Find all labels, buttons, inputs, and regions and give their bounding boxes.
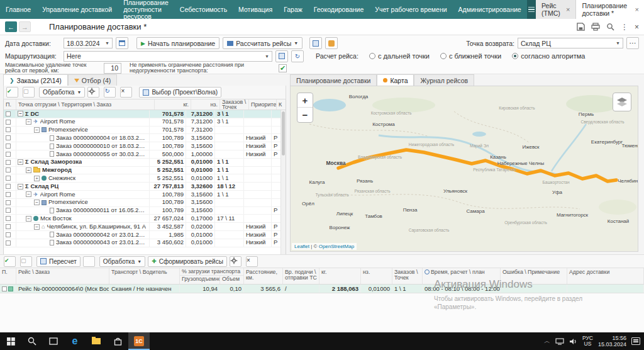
order-row[interactable]: −Мск Восток27 657,0240,1700017 \ 11 <box>4 215 280 223</box>
leaflet-link[interactable]: Leaflet <box>294 244 309 249</box>
tab-orders[interactable]: ❯ Заказы (22\14) <box>3 74 68 86</box>
order-row[interactable]: +Снежинск5 252,5510,010001 \ 1 <box>4 174 280 183</box>
col-orders-points[interactable]: Заказов \ Точек <box>392 268 423 284</box>
edge-button[interactable]: e <box>64 332 86 350</box>
chevron-down-icon[interactable]: ▼ <box>613 41 620 45</box>
menu-motivation[interactable]: Мотивация <box>233 0 278 19</box>
orders-refresh-button[interactable]: ↻ <box>104 87 116 98</box>
tree-expander-icon[interactable]: − <box>26 191 31 197</box>
radio-near-point[interactable]: с ближней точки <box>440 52 501 60</box>
chevron-down-icon[interactable]: ▼ <box>262 54 269 59</box>
order-row[interactable]: −ΣСклад Заморозка5 252,5510,010001 \ 1 <box>4 159 280 167</box>
order-row[interactable]: −Promexservice100,7893,15600 <box>4 199 280 207</box>
window-tab-delivery-planning[interactable]: Планирование доставки * × <box>576 0 644 19</box>
tab-map[interactable]: Карта <box>377 74 414 86</box>
trips-uncheck-all-button[interactable]: ▢ <box>20 256 32 267</box>
no-limit-checkbox[interactable]: ✔ <box>279 64 287 72</box>
col-kg[interactable]: кг. <box>155 99 191 110</box>
form-trips-button[interactable]: ✚ Сформировать рейсы <box>148 256 227 267</box>
order-row[interactable]: −✈Airport Rome701,5787,312003 \ 1 <box>4 118 280 127</box>
remove-trip-button[interactable] <box>83 256 95 267</box>
osm-link[interactable]: OpenStreetMap <box>319 244 354 249</box>
onec-app-button[interactable]: 1С <box>128 332 150 350</box>
order-row[interactable]: −✈Airport Rome100,7893,156001 \ 1 <box>4 191 280 199</box>
orders-vertical-scrollbar[interactable] <box>280 110 286 262</box>
row-checkbox[interactable] <box>6 176 11 181</box>
orders-settings-button[interactable] <box>87 87 99 98</box>
row-checkbox[interactable] <box>6 111 11 116</box>
volume-icon[interactable] <box>569 338 577 345</box>
trip-checkbox[interactable] <box>2 286 7 291</box>
menu-timekeeping[interactable]: Учет рабочего времени <box>369 0 452 19</box>
row-checkbox[interactable] <box>6 144 11 149</box>
row-checkbox[interactable] <box>6 184 11 189</box>
tree-expander-icon[interactable]: − <box>26 216 31 222</box>
order-row[interactable]: Заказ 00000000004 от 18.03.2022 11:3...1… <box>4 134 280 142</box>
row-checkbox[interactable] <box>6 192 11 197</box>
col-point[interactable]: Точка отгрузки \ Территория \ Заказ <box>16 99 155 110</box>
tree-expander-icon[interactable]: − <box>34 200 40 205</box>
display-icon[interactable] <box>555 338 564 345</box>
col-nz[interactable]: нз. <box>191 99 220 110</box>
tray-expand-icon[interactable]: ︿ <box>544 337 550 346</box>
auto-calc-icon-button[interactable] <box>309 37 322 49</box>
order-row[interactable]: Заказ 00000000042 от 23.01.2023 18:1...1… <box>4 231 280 239</box>
col-load-group[interactable]: % загрузки транспорта Грузоподъемность О… <box>180 268 244 284</box>
radio-far-point[interactable]: с дальней точки <box>369 52 430 60</box>
row-checkbox[interactable] <box>6 224 11 229</box>
order-row[interactable]: −ΣDC701,5787,312003 \ 1 <box>4 110 280 118</box>
save-icon[interactable] <box>577 23 585 31</box>
row-checkbox[interactable] <box>6 232 11 237</box>
trips-settings-button[interactable] <box>230 256 242 267</box>
order-row[interactable]: Заказ 00000000055 от 30.03.2022 12:1...5… <box>4 150 280 159</box>
row-checkbox[interactable] <box>6 127 11 132</box>
trips-close-button[interactable]: × <box>246 256 258 267</box>
col-k[interactable]: К <box>277 99 286 110</box>
task-view-button[interactable] <box>43 332 64 350</box>
start-button[interactable] <box>0 332 21 350</box>
check-all-button[interactable]: ✔ <box>6 87 18 98</box>
max-distance-input[interactable]: 10 <box>104 63 121 74</box>
selection-button[interactable]: Выбор (Проект\Волна) <box>139 87 221 98</box>
row-checkbox[interactable] <box>6 152 11 157</box>
order-row[interactable]: −ΣСклад РЦ27 757,8133,3260018 \ 12 <box>4 183 280 191</box>
menu-cost[interactable]: Себестоимость <box>174 0 233 19</box>
tab-trip-journal[interactable]: Журнал рейсов <box>414 74 474 86</box>
row-checkbox[interactable] <box>6 120 11 125</box>
taskbar-clock[interactable]: 15:56 15.03.2024 <box>598 335 626 347</box>
more-menu-icon[interactable]: ⋮ <box>621 23 628 31</box>
close-icon[interactable]: × <box>566 6 570 13</box>
close-icon[interactable]: × <box>635 6 639 13</box>
chevron-down-icon[interactable]: ▼ <box>103 41 109 45</box>
window-tab-trip[interactable]: Рейс (ТМС) × <box>536 0 576 19</box>
tree-expander-icon[interactable]: + <box>34 176 40 181</box>
delivery-date-input[interactable]: 18.03.2024 ▼ <box>64 38 113 48</box>
trips-check-all-button[interactable]: ✔ <box>4 256 16 267</box>
radio-by-algorithm[interactable]: согласно алгоритма <box>512 52 585 60</box>
close-form-icon[interactable]: × <box>635 23 639 31</box>
tab-filter[interactable]: Отбор (4) <box>68 74 117 86</box>
row-checkbox[interactable] <box>6 160 11 165</box>
row-checkbox[interactable] <box>6 167 11 172</box>
calc-trips-button[interactable]: Рассчитать рейсы ▼ <box>223 37 303 49</box>
tab-delivery-planning[interactable]: Планирование доставки <box>290 74 377 86</box>
routing-select[interactable]: Here ▼ <box>64 51 272 62</box>
open-return-point-button[interactable]: ⋯ <box>626 37 639 49</box>
tree-expander-icon[interactable]: − <box>18 184 23 189</box>
order-row[interactable]: −Promexservice701,5787,31200 <box>4 127 280 135</box>
tree-expander-icon[interactable]: − <box>26 119 31 125</box>
col-priority[interactable]: Приоритет <box>249 99 277 110</box>
row-checkbox[interactable] <box>6 200 11 205</box>
orders-close-button[interactable]: × <box>120 87 132 98</box>
order-row[interactable]: Заказ 00000000010 от 18.03.2022 11:3...1… <box>4 142 280 150</box>
order-row[interactable]: Заказ 00000000043 от 23.01.2023 18:1...3… <box>4 239 280 247</box>
col-distance[interactable]: Расстояние, км. <box>244 268 283 284</box>
recalc-button[interactable]: Пересчет <box>36 256 80 267</box>
col-trip-order[interactable]: Рейс \ Заказ <box>16 268 109 284</box>
col-p[interactable]: П. <box>4 99 16 110</box>
geo-icon-button[interactable] <box>325 37 338 49</box>
sections-icon[interactable] <box>527 0 536 19</box>
taskbar-search-button[interactable] <box>21 332 43 350</box>
menu-garage[interactable]: Гараж <box>278 0 308 19</box>
col-capacity[interactable]: Грузоподъемность <box>180 276 220 284</box>
